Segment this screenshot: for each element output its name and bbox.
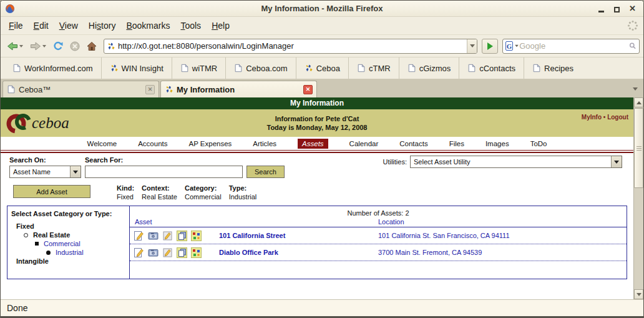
magnifier-icon[interactable]: [629, 41, 637, 51]
window-title: My Information - Mozilla Firefox: [1, 4, 643, 13]
bookmark-cgizmos[interactable]: cGizmos: [399, 57, 460, 79]
scrollbar-track[interactable]: [634, 189, 643, 289]
logout-link[interactable]: Logout: [607, 114, 628, 121]
type-value: Industrial: [229, 193, 257, 201]
tab-accounts[interactable]: Accounts: [138, 140, 167, 147]
photo-icon[interactable]: [148, 231, 159, 241]
url-input[interactable]: [118, 41, 467, 51]
category-tree-panel: Select Asset Category or Type: Fixed Rea…: [7, 206, 130, 279]
search-bar[interactable]: G: [502, 39, 640, 54]
bookmark-recipes[interactable]: Recipes: [524, 57, 582, 79]
url-bar[interactable]: [104, 39, 477, 54]
menu-view[interactable]: View: [59, 21, 78, 31]
tab-ap-expenses[interactable]: AP Expenses: [189, 140, 232, 147]
tab-contacts[interactable]: Contacts: [399, 140, 427, 147]
vertical-scrollbar[interactable]: [633, 97, 643, 299]
forward-dropdown-icon[interactable]: [42, 45, 46, 47]
sparkle-icon: [305, 64, 313, 72]
tab-close-icon[interactable]: ✕: [303, 85, 313, 94]
tab-welcome[interactable]: Welcome: [87, 140, 117, 147]
bookmark-win-insight[interactable]: WIN Insight: [102, 57, 172, 79]
bookmark-witmr[interactable]: wiTMR: [172, 57, 226, 79]
tab-list-dropdown[interactable]: [630, 83, 641, 94]
tab-articles[interactable]: Articles: [253, 140, 276, 147]
reload-button[interactable]: [51, 37, 66, 54]
edit-asset-icon[interactable]: [134, 247, 144, 258]
note-icon[interactable]: [162, 247, 173, 258]
scrollbar-thumb[interactable]: [634, 108, 643, 188]
edit-asset-icon[interactable]: [134, 231, 144, 241]
tree-item-industrial[interactable]: Industrial: [46, 248, 129, 257]
forward-button[interactable]: [27, 37, 49, 54]
myinfo-link[interactable]: MyInfo: [582, 114, 602, 121]
status-bar: Done: [1, 299, 643, 317]
maximize-button[interactable]: [612, 4, 622, 13]
search-button[interactable]: Search: [246, 166, 285, 178]
tab-assets[interactable]: Assets: [298, 139, 328, 149]
page-icon: [532, 64, 541, 72]
copy-icon[interactable]: [177, 231, 187, 241]
chevron-down-icon[interactable]: [611, 156, 622, 167]
tree-item-commercial[interactable]: Commercial: [35, 239, 129, 248]
scroll-down-icon[interactable]: [634, 289, 643, 299]
asset-name-link[interactable]: 101 California Street: [219, 232, 285, 239]
bookmark-ctmr[interactable]: cTMR: [349, 57, 399, 79]
home-button[interactable]: [84, 37, 99, 54]
url-history-dropdown[interactable]: [467, 39, 477, 53]
tab-ceboa[interactable]: Ceboa™ ✕: [2, 81, 159, 97]
date-line: Today is Monday, May 12, 2008: [1, 123, 633, 132]
kind-header: Kind:: [117, 184, 134, 192]
bookmark-ccontacts[interactable]: cContacts: [459, 57, 524, 79]
go-button[interactable]: [482, 39, 498, 54]
engine-dropdown-icon[interactable]: [515, 45, 519, 47]
location-column-header[interactable]: Location: [378, 218, 627, 226]
bookmark-ceboa[interactable]: Ceboa: [296, 57, 349, 79]
back-dropdown-icon[interactable]: [19, 45, 23, 47]
tab-images[interactable]: Images: [485, 140, 509, 147]
search-for-input[interactable]: [85, 166, 243, 178]
copy-icon[interactable]: [177, 247, 187, 258]
page-icon: [12, 64, 21, 72]
tab-files[interactable]: Files: [449, 140, 464, 147]
category-value: Commercial: [185, 193, 222, 201]
browser-window: My Information - Mozilla Firefox ✕ File …: [0, 0, 644, 318]
page-icon: [180, 64, 189, 72]
asset-name-link[interactable]: Diablo Office Park: [219, 249, 278, 256]
web-search-input[interactable]: [519, 41, 629, 51]
asset-column-header[interactable]: Asset: [130, 218, 378, 226]
menu-tools[interactable]: Tools: [180, 21, 201, 31]
bookmark-ceboa-com[interactable]: Ceboa.com: [226, 57, 296, 79]
tab-calendar[interactable]: Calendar: [349, 140, 379, 147]
photo-icon[interactable]: [148, 247, 159, 258]
palette-icon[interactable]: [191, 231, 202, 241]
search-for-label: Search For:: [85, 156, 123, 164]
menu-file[interactable]: File: [9, 21, 23, 31]
scroll-up-icon[interactable]: [634, 97, 643, 107]
tab-todo[interactable]: ToDo: [530, 140, 547, 147]
menu-bookmarks[interactable]: Bookmarks: [126, 21, 170, 31]
close-button[interactable]: ✕: [628, 4, 637, 13]
tab-my-information[interactable]: My Information ✕: [160, 81, 317, 97]
stop-button[interactable]: [67, 37, 82, 54]
utilities-select[interactable]: Select Asset Utility: [410, 156, 622, 168]
menu-help[interactable]: Help: [212, 21, 230, 31]
minimize-button[interactable]: [597, 4, 606, 13]
back-button[interactable]: [4, 37, 26, 54]
menu-edit[interactable]: Edit: [34, 21, 49, 31]
web-page: My Information ceboa Information for Pet…: [1, 97, 633, 299]
page-icon: [234, 64, 243, 72]
chevron-down-icon[interactable]: [70, 166, 80, 177]
bookmark-workinformed[interactable]: WorkInformed.com: [4, 57, 102, 79]
page-icon: [357, 64, 366, 72]
asset-location-link[interactable]: 101 California St. San Francisco, CA 941…: [378, 232, 627, 239]
tab-close-icon[interactable]: ✕: [145, 85, 155, 94]
menu-history[interactable]: History: [89, 21, 116, 31]
table-row: Diablo Office Park 3700 Main St. Fremont…: [130, 244, 627, 261]
palette-icon[interactable]: [191, 247, 202, 258]
search-on-select[interactable]: Asset Name: [9, 166, 81, 178]
add-asset-button[interactable]: Add Asset: [13, 185, 90, 198]
note-icon[interactable]: [162, 231, 173, 241]
google-engine-icon[interactable]: G: [505, 41, 513, 51]
asset-location-link[interactable]: 3700 Main St. Fremont, CA 94539: [378, 249, 627, 256]
link-separator: •: [603, 114, 606, 121]
